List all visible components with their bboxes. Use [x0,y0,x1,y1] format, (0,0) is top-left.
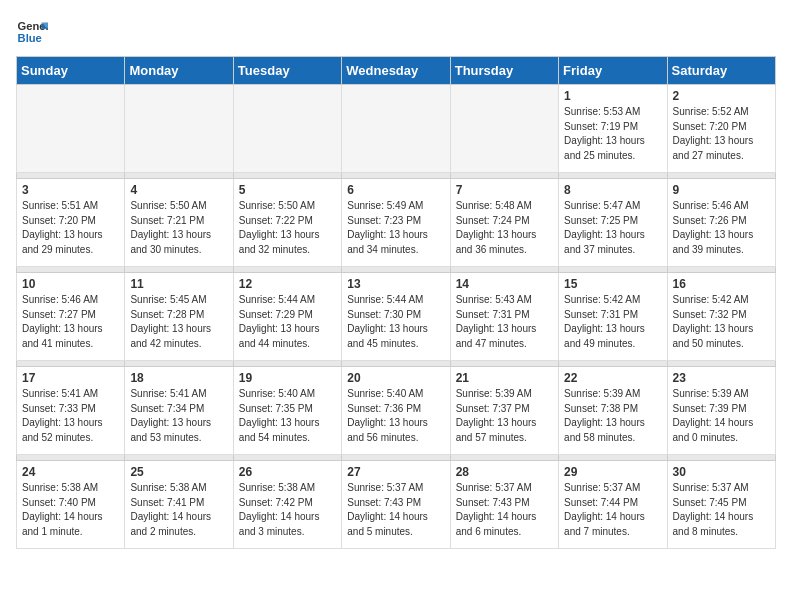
calendar-cell: 15Sunrise: 5:42 AM Sunset: 7:31 PM Dayli… [559,273,667,361]
day-number: 22 [564,371,661,385]
day-detail: Sunrise: 5:40 AM Sunset: 7:35 PM Dayligh… [239,387,336,445]
day-number: 30 [673,465,770,479]
calendar-cell: 28Sunrise: 5:37 AM Sunset: 7:43 PM Dayli… [450,461,558,549]
day-detail: Sunrise: 5:42 AM Sunset: 7:32 PM Dayligh… [673,293,770,351]
day-detail: Sunrise: 5:39 AM Sunset: 7:38 PM Dayligh… [564,387,661,445]
calendar-week-row: 24Sunrise: 5:38 AM Sunset: 7:40 PM Dayli… [17,461,776,549]
weekday-header: Tuesday [233,57,341,85]
calendar-cell: 24Sunrise: 5:38 AM Sunset: 7:40 PM Dayli… [17,461,125,549]
day-number: 1 [564,89,661,103]
day-number: 2 [673,89,770,103]
calendar-cell: 19Sunrise: 5:40 AM Sunset: 7:35 PM Dayli… [233,367,341,455]
day-number: 11 [130,277,227,291]
day-number: 21 [456,371,553,385]
day-number: 28 [456,465,553,479]
svg-text:Blue: Blue [18,32,42,44]
calendar-cell: 10Sunrise: 5:46 AM Sunset: 7:27 PM Dayli… [17,273,125,361]
day-number: 14 [456,277,553,291]
day-number: 12 [239,277,336,291]
calendar-cell: 22Sunrise: 5:39 AM Sunset: 7:38 PM Dayli… [559,367,667,455]
day-number: 16 [673,277,770,291]
day-number: 25 [130,465,227,479]
calendar-cell: 17Sunrise: 5:41 AM Sunset: 7:33 PM Dayli… [17,367,125,455]
calendar-cell: 4Sunrise: 5:50 AM Sunset: 7:21 PM Daylig… [125,179,233,267]
calendar-cell: 11Sunrise: 5:45 AM Sunset: 7:28 PM Dayli… [125,273,233,361]
day-number: 6 [347,183,444,197]
calendar-cell: 18Sunrise: 5:41 AM Sunset: 7:34 PM Dayli… [125,367,233,455]
day-detail: Sunrise: 5:39 AM Sunset: 7:39 PM Dayligh… [673,387,770,445]
day-detail: Sunrise: 5:45 AM Sunset: 7:28 PM Dayligh… [130,293,227,351]
calendar-cell: 16Sunrise: 5:42 AM Sunset: 7:32 PM Dayli… [667,273,775,361]
day-number: 19 [239,371,336,385]
calendar-cell: 30Sunrise: 5:37 AM Sunset: 7:45 PM Dayli… [667,461,775,549]
calendar-cell [450,85,558,173]
weekday-header: Saturday [667,57,775,85]
day-detail: Sunrise: 5:43 AM Sunset: 7:31 PM Dayligh… [456,293,553,351]
day-detail: Sunrise: 5:46 AM Sunset: 7:27 PM Dayligh… [22,293,119,351]
calendar-cell: 6Sunrise: 5:49 AM Sunset: 7:23 PM Daylig… [342,179,450,267]
calendar-cell: 29Sunrise: 5:37 AM Sunset: 7:44 PM Dayli… [559,461,667,549]
day-number: 24 [22,465,119,479]
day-detail: Sunrise: 5:38 AM Sunset: 7:41 PM Dayligh… [130,481,227,539]
day-number: 15 [564,277,661,291]
calendar-cell [17,85,125,173]
calendar-cell: 27Sunrise: 5:37 AM Sunset: 7:43 PM Dayli… [342,461,450,549]
day-detail: Sunrise: 5:44 AM Sunset: 7:29 PM Dayligh… [239,293,336,351]
day-detail: Sunrise: 5:50 AM Sunset: 7:21 PM Dayligh… [130,199,227,257]
day-detail: Sunrise: 5:44 AM Sunset: 7:30 PM Dayligh… [347,293,444,351]
day-number: 4 [130,183,227,197]
calendar-cell: 1Sunrise: 5:53 AM Sunset: 7:19 PM Daylig… [559,85,667,173]
day-detail: Sunrise: 5:37 AM Sunset: 7:44 PM Dayligh… [564,481,661,539]
day-detail: Sunrise: 5:40 AM Sunset: 7:36 PM Dayligh… [347,387,444,445]
day-detail: Sunrise: 5:50 AM Sunset: 7:22 PM Dayligh… [239,199,336,257]
day-detail: Sunrise: 5:37 AM Sunset: 7:43 PM Dayligh… [347,481,444,539]
day-detail: Sunrise: 5:49 AM Sunset: 7:23 PM Dayligh… [347,199,444,257]
calendar-cell: 7Sunrise: 5:48 AM Sunset: 7:24 PM Daylig… [450,179,558,267]
logo: General Blue [16,16,52,48]
day-detail: Sunrise: 5:41 AM Sunset: 7:34 PM Dayligh… [130,387,227,445]
weekday-header: Wednesday [342,57,450,85]
day-detail: Sunrise: 5:42 AM Sunset: 7:31 PM Dayligh… [564,293,661,351]
day-number: 26 [239,465,336,479]
header: General Blue [16,16,776,48]
calendar-cell: 2Sunrise: 5:52 AM Sunset: 7:20 PM Daylig… [667,85,775,173]
calendar-week-row: 10Sunrise: 5:46 AM Sunset: 7:27 PM Dayli… [17,273,776,361]
day-number: 5 [239,183,336,197]
day-number: 23 [673,371,770,385]
day-number: 8 [564,183,661,197]
day-detail: Sunrise: 5:41 AM Sunset: 7:33 PM Dayligh… [22,387,119,445]
weekday-header: Thursday [450,57,558,85]
calendar-cell: 14Sunrise: 5:43 AM Sunset: 7:31 PM Dayli… [450,273,558,361]
calendar-cell: 8Sunrise: 5:47 AM Sunset: 7:25 PM Daylig… [559,179,667,267]
day-detail: Sunrise: 5:52 AM Sunset: 7:20 PM Dayligh… [673,105,770,163]
weekday-header-row: SundayMondayTuesdayWednesdayThursdayFrid… [17,57,776,85]
calendar-cell: 25Sunrise: 5:38 AM Sunset: 7:41 PM Dayli… [125,461,233,549]
calendar-cell [342,85,450,173]
calendar-week-row: 1Sunrise: 5:53 AM Sunset: 7:19 PM Daylig… [17,85,776,173]
day-detail: Sunrise: 5:46 AM Sunset: 7:26 PM Dayligh… [673,199,770,257]
weekday-header: Friday [559,57,667,85]
calendar-cell: 3Sunrise: 5:51 AM Sunset: 7:20 PM Daylig… [17,179,125,267]
day-detail: Sunrise: 5:38 AM Sunset: 7:42 PM Dayligh… [239,481,336,539]
day-number: 13 [347,277,444,291]
day-detail: Sunrise: 5:38 AM Sunset: 7:40 PM Dayligh… [22,481,119,539]
calendar-cell: 23Sunrise: 5:39 AM Sunset: 7:39 PM Dayli… [667,367,775,455]
day-number: 27 [347,465,444,479]
calendar-cell: 21Sunrise: 5:39 AM Sunset: 7:37 PM Dayli… [450,367,558,455]
day-number: 9 [673,183,770,197]
logo-icon: General Blue [16,16,48,48]
day-detail: Sunrise: 5:37 AM Sunset: 7:43 PM Dayligh… [456,481,553,539]
calendar-cell: 20Sunrise: 5:40 AM Sunset: 7:36 PM Dayli… [342,367,450,455]
day-number: 3 [22,183,119,197]
day-detail: Sunrise: 5:48 AM Sunset: 7:24 PM Dayligh… [456,199,553,257]
calendar-cell [233,85,341,173]
calendar-cell: 12Sunrise: 5:44 AM Sunset: 7:29 PM Dayli… [233,273,341,361]
day-number: 7 [456,183,553,197]
calendar-cell: 9Sunrise: 5:46 AM Sunset: 7:26 PM Daylig… [667,179,775,267]
calendar-table: SundayMondayTuesdayWednesdayThursdayFrid… [16,56,776,549]
calendar-cell [125,85,233,173]
calendar-cell: 5Sunrise: 5:50 AM Sunset: 7:22 PM Daylig… [233,179,341,267]
day-number: 29 [564,465,661,479]
day-number: 17 [22,371,119,385]
weekday-header: Monday [125,57,233,85]
